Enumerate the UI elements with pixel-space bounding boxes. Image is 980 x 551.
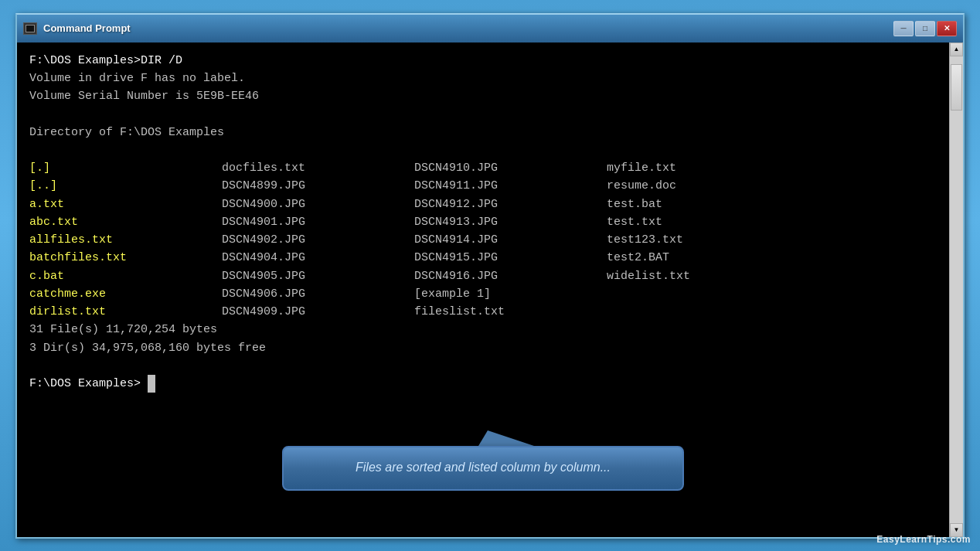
tooltip-arrow xyxy=(478,430,534,446)
terminal-row-6: batchfiles.txt DSCN4904.JPG DSCN4915.JPG… xyxy=(29,249,937,267)
window-body: F:\DOS Examples>DIR /D Volume in drive F… xyxy=(17,43,963,537)
scroll-up-button[interactable]: ▲ xyxy=(950,43,963,56)
command-prompt-window: Command Prompt ─ □ ✕ F:\DOS Examples>DIR… xyxy=(15,13,965,539)
terminal-row-5: allfiles.txt DSCN4902.JPG DSCN4914.JPG t… xyxy=(29,231,937,249)
terminal-blank-1 xyxy=(29,105,937,123)
terminal-blank-3 xyxy=(29,357,937,375)
terminal-blank-2 xyxy=(29,141,937,159)
terminal-row-2: [..] DSCN4899.JPG DSCN4911.JPG resume.do… xyxy=(29,177,937,195)
terminal-row-9: dirlist.txt DSCN4909.JPG fileslist.txt xyxy=(29,303,937,321)
terminal-line-4: Directory of F:\DOS Examples xyxy=(29,124,937,141)
terminal-prompt-2: F:\DOS Examples> xyxy=(29,375,937,393)
terminal-row-4: abc.txt DSCN4901.JPG DSCN4913.JPG test.t… xyxy=(29,213,937,231)
watermark: EasyLearnTips.com xyxy=(876,534,971,545)
maximize-button[interactable]: □ xyxy=(915,21,935,36)
title-bar: Command Prompt ─ □ ✕ xyxy=(17,15,963,43)
terminal-row-1: [.] docfiles.txt DSCN4910.JPG myfile.txt xyxy=(29,159,937,177)
scroll-thumb[interactable] xyxy=(951,64,962,111)
cmd-icon xyxy=(23,22,37,35)
terminal-row-7: c.bat DSCN4905.JPG DSCN4916.JPG widelist… xyxy=(29,267,937,285)
tooltip-box: Files are sorted and listed column by co… xyxy=(282,446,684,490)
close-button[interactable]: ✕ xyxy=(937,21,957,36)
window-controls: ─ □ ✕ xyxy=(893,21,957,36)
terminal-line-3: Volume Serial Number is 5E9B-EE46 xyxy=(29,87,937,105)
terminal-line-1: F:\DOS Examples>DIR /D xyxy=(29,52,937,70)
tooltip-text: Files are sorted and listed column by co… xyxy=(356,461,611,474)
tooltip-container: Files are sorted and listed column by co… xyxy=(282,430,684,490)
terminal-output[interactable]: F:\DOS Examples>DIR /D Volume in drive F… xyxy=(17,43,949,537)
scrollbar[interactable]: ▲ ▼ xyxy=(949,43,963,537)
terminal-row-3: a.txt DSCN4900.JPG DSCN4912.JPG test.bat xyxy=(29,196,937,213)
terminal-row-8: catchme.exe DSCN4906.JPG [example 1] xyxy=(29,285,937,303)
terminal-line-2: Volume in drive F has no label. xyxy=(29,70,937,87)
terminal-files-line: 31 File(s) 11,720,254 bytes xyxy=(29,321,937,338)
terminal-dirs-line: 3 Dir(s) 34,975,068,160 bytes free xyxy=(29,339,937,357)
scroll-track[interactable] xyxy=(950,56,963,523)
window-title: Command Prompt xyxy=(43,22,893,34)
minimize-button[interactable]: ─ xyxy=(893,21,914,36)
